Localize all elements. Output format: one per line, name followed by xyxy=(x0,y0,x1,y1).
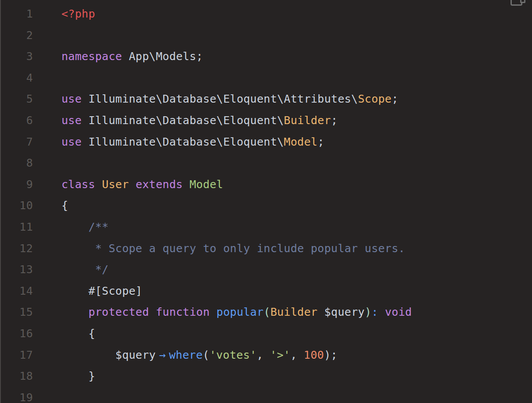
line-number: 18 xyxy=(1,366,33,387)
code-token: , xyxy=(290,349,304,361)
code-token: → xyxy=(156,345,169,366)
code-token: App\Models; xyxy=(122,50,203,63)
code-token: ( xyxy=(264,306,270,318)
code-line: 19 xyxy=(1,387,532,403)
line-number: 11 xyxy=(1,217,33,238)
code-token: , xyxy=(257,349,270,361)
code-token xyxy=(61,306,88,318)
code-text: use Illuminate\Database\Eloquent\Builder… xyxy=(33,110,338,132)
line-number: 12 xyxy=(1,238,33,260)
code-token: ); xyxy=(324,349,338,361)
code-token: 'votes' xyxy=(209,349,256,361)
code-line: 13 */ xyxy=(1,259,532,281)
code-token xyxy=(129,178,136,191)
code-token: $query xyxy=(61,349,156,361)
code-text: <?php xyxy=(33,4,95,25)
code-token xyxy=(210,306,216,318)
code-token: Model xyxy=(190,178,223,191)
code-line: 4 xyxy=(1,68,532,89)
code-token: 100 xyxy=(304,349,324,361)
code-token: protected xyxy=(88,306,149,318)
code-text: } xyxy=(33,366,95,387)
line-number: 13 xyxy=(1,259,33,281)
line-number: 3 xyxy=(1,46,33,68)
code-token xyxy=(378,306,385,318)
code-line: 18 } xyxy=(1,366,532,387)
code-line: 16 { xyxy=(1,323,532,345)
code-line: 7use Illuminate\Database\Eloquent\Model; xyxy=(1,132,532,153)
line-number: 9 xyxy=(1,174,33,196)
code-token: Builder xyxy=(270,306,317,318)
line-number: 17 xyxy=(1,345,33,366)
line-number: 7 xyxy=(1,132,33,153)
line-number: 6 xyxy=(1,110,33,132)
code-token: */ xyxy=(61,263,108,276)
line-number: 19 xyxy=(1,387,33,403)
code-token: $query xyxy=(317,306,364,318)
line-number: 8 xyxy=(1,153,33,174)
code-token xyxy=(183,178,189,191)
code-token: Scope xyxy=(358,93,392,105)
code-token: { xyxy=(61,199,68,212)
code-line: 8 xyxy=(1,153,532,174)
code-text: $query→where('votes', '>', 100); xyxy=(33,345,338,366)
line-number: 1 xyxy=(1,4,33,25)
code-token: Illuminate\Database\Eloquent\ xyxy=(82,114,284,127)
code-token: Model xyxy=(284,136,318,148)
line-number: 15 xyxy=(1,302,33,323)
code-text: { xyxy=(33,195,68,217)
code-token: use xyxy=(61,93,82,105)
code-line: 11 /** xyxy=(1,217,532,238)
code-token: void xyxy=(385,306,412,318)
code-token: Illuminate\Database\Eloquent\ xyxy=(82,136,284,148)
code-line: 1<?php xyxy=(1,4,532,25)
code-token: /** xyxy=(61,221,108,233)
code-token: ; xyxy=(317,136,324,148)
code-line: 12 * Scope a query to only include popul… xyxy=(1,238,532,260)
code-line: 3namespace App\Models; xyxy=(1,46,532,68)
copy-button[interactable] xyxy=(510,0,525,7)
code-line: 10{ xyxy=(1,195,532,217)
code-token: ) xyxy=(365,306,371,318)
code-text xyxy=(33,387,61,403)
code-line: 9class User extends Model xyxy=(1,174,532,196)
code-text: * Scope a query to only include popular … xyxy=(33,238,405,260)
code-text: protected function popular(Builder $quer… xyxy=(33,302,412,323)
code-token: ; xyxy=(331,114,338,127)
code-token: '>' xyxy=(270,349,290,361)
code-text: { xyxy=(33,323,95,345)
code-text: namespace App\Models; xyxy=(33,46,203,68)
line-number: 14 xyxy=(1,281,33,302)
code-text: */ xyxy=(33,259,108,281)
code-token: use xyxy=(61,136,82,148)
code-token: <?php xyxy=(61,7,95,20)
code-token: Illuminate\Database\Eloquent\Attributes\ xyxy=(82,93,358,105)
code-token: * Scope a query to only include popular … xyxy=(61,242,405,255)
code-token: #[Scope] xyxy=(61,285,142,297)
code-text: #[Scope] xyxy=(33,281,142,302)
code-block-page: { "theme": { "background": "#262323", "l… xyxy=(0,0,532,403)
code-line: 5use Illuminate\Database\Eloquent\Attrib… xyxy=(1,89,532,110)
code-token: function xyxy=(156,306,210,318)
code-line: 15 protected function popular(Builder $q… xyxy=(1,302,532,323)
code-line: 2 xyxy=(1,25,532,46)
code-text xyxy=(33,25,61,46)
code-token: Builder xyxy=(284,114,331,127)
code-token: : xyxy=(371,306,378,318)
code-token: User xyxy=(102,178,129,191)
code-line: 14 #[Scope] xyxy=(1,281,532,302)
line-number: 10 xyxy=(1,195,33,217)
code-token: namespace xyxy=(61,50,122,63)
line-number: 4 xyxy=(1,68,33,89)
code-token xyxy=(149,306,156,318)
code-token: ( xyxy=(203,349,209,361)
code-line: 6use Illuminate\Database\Eloquent\Builde… xyxy=(1,110,532,132)
line-number: 2 xyxy=(1,25,33,46)
line-number: 5 xyxy=(1,89,33,110)
code-text: /** xyxy=(33,217,108,238)
code-text: use Illuminate\Database\Eloquent\Model; xyxy=(33,132,324,153)
code-token: ; xyxy=(392,93,398,105)
code-token: popular xyxy=(216,306,263,318)
code-token: } xyxy=(61,370,95,382)
code-token xyxy=(95,178,102,191)
